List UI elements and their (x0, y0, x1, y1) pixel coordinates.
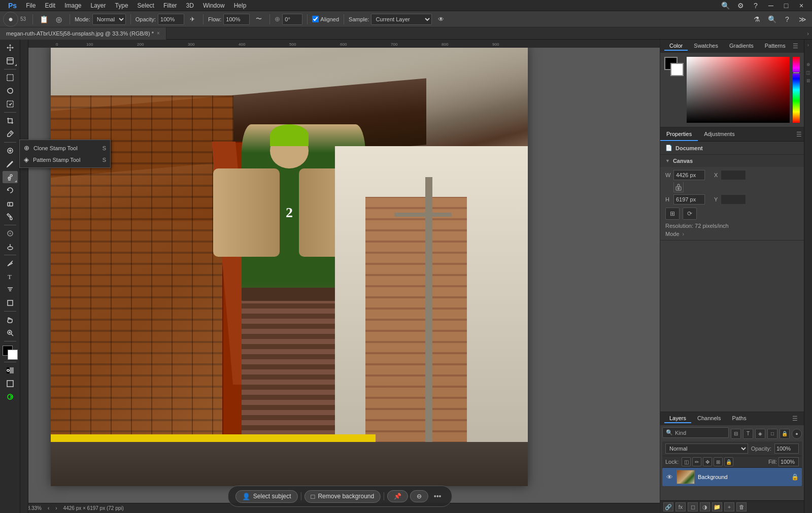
history-brush-btn[interactable] (3, 184, 18, 196)
filter-smart-object-icon[interactable]: 🔒 (780, 429, 790, 439)
smoothing-icon[interactable]: 〜 (253, 13, 265, 25)
opacity-input[interactable]: 100% (158, 14, 184, 25)
filter-adjustment-icon[interactable]: T (743, 429, 753, 439)
tab-channels[interactable]: Channels (692, 414, 726, 423)
opacity-airbrush-icon[interactable]: ✈ (186, 13, 198, 25)
canvas-rotate-icon[interactable]: ⟳ (683, 208, 697, 220)
fg-bg-swatches[interactable] (664, 57, 684, 76)
tab-close-btn[interactable]: × (157, 30, 160, 36)
tab-chevron-icon[interactable]: › (804, 30, 812, 37)
layer-delete-icon[interactable]: 🗑 (736, 502, 747, 511)
edge-icon-1[interactable]: ⊕ (805, 61, 812, 68)
tab-paths[interactable]: Paths (727, 414, 752, 423)
fill-input[interactable] (779, 457, 799, 466)
nav-next-icon[interactable]: › (55, 505, 57, 511)
menu-image[interactable]: Image (60, 1, 85, 10)
lock-artboard-btn[interactable]: ⊞ (714, 457, 723, 466)
ps-logo[interactable]: Ps (4, 1, 21, 11)
rotate-view-btn[interactable] (3, 391, 18, 403)
x-input[interactable] (721, 170, 746, 180)
filter-toggle-icon[interactable]: ● (792, 429, 802, 439)
background-layer-item[interactable]: 👁 Background 🔒 (662, 468, 802, 486)
layer-visibility-icon[interactable]: 👁 (665, 473, 673, 481)
sample-all-layers-icon[interactable]: 👁 (435, 13, 447, 25)
menu-help[interactable]: Help (230, 1, 251, 10)
path-selection-btn[interactable] (3, 284, 18, 296)
collapse-right-icon[interactable]: › (805, 42, 812, 49)
blend-mode-select[interactable]: Normal (665, 443, 748, 454)
adjustments-tab[interactable]: Adjustments (698, 127, 741, 141)
color-swatches[interactable] (3, 346, 18, 360)
zoom-tool-btn[interactable] (3, 327, 18, 339)
clone-stamp-tool-btn[interactable] (3, 171, 18, 183)
lock-image-btn[interactable]: ✏ (692, 457, 701, 466)
tab-gradients[interactable]: Gradients (724, 42, 759, 51)
rectangular-marquee-btn[interactable] (3, 72, 18, 84)
settings-icon[interactable]: ⚙ (734, 0, 747, 12)
close-icon[interactable]: × (795, 0, 808, 12)
question-icon[interactable]: ? (781, 13, 794, 26)
flask-icon[interactable]: ⚗ (750, 13, 763, 26)
lasso-tool-btn[interactable] (3, 85, 18, 97)
nav-prev-icon[interactable]: ‹ (48, 505, 49, 511)
document-tab[interactable]: megan-ruth-ATbrUXE5j58-unsplash.jpg @ 33… (0, 27, 166, 40)
screen-mode-btn[interactable] (3, 378, 18, 390)
tab-color[interactable]: Color (664, 42, 688, 51)
brush-preset-picker[interactable]: ● (3, 12, 18, 27)
lock-transparent-btn[interactable]: ◫ (682, 457, 691, 466)
pattern-stamp-option[interactable]: ◈ Pattern Stamp Tool S (20, 154, 110, 165)
filter-shape-icon[interactable]: □ (767, 429, 777, 439)
help-icon[interactable]: ? (749, 0, 762, 12)
color-gradient-picker[interactable] (687, 57, 790, 123)
properties-menu-icon[interactable]: ☰ (794, 129, 804, 140)
search-bar-icon[interactable]: 🔍 (765, 13, 779, 26)
color-panel-menu-icon[interactable]: ☰ (792, 41, 800, 51)
artboard-tool-btn[interactable] (3, 55, 18, 67)
canvas-header[interactable]: ▼ Canvas (660, 155, 804, 167)
aligned-checkbox-label[interactable]: Aligned (312, 16, 339, 22)
layer-effects-icon[interactable]: fx (675, 502, 686, 511)
canvas-image[interactable]: 2 (51, 45, 528, 486)
menu-layer[interactable]: Layer (87, 1, 110, 10)
menu-file[interactable]: File (22, 1, 40, 10)
type-tool-btn[interactable]: T (3, 270, 18, 283)
lock-position-btn[interactable]: ✥ (703, 457, 712, 466)
eyedropper-btn[interactable] (3, 128, 18, 140)
aligned-checkbox[interactable] (312, 16, 319, 22)
edge-icon-3[interactable]: ⊞ (805, 77, 812, 84)
layers-menu-icon[interactable]: ☰ (790, 414, 800, 424)
move-tool-btn[interactable] (3, 42, 18, 54)
filter-type-icon[interactable]: ◈ (755, 429, 765, 439)
sample-dropdown[interactable]: Current Layer (371, 14, 432, 25)
properties-tab[interactable]: Properties (660, 127, 698, 141)
pin-btn[interactable]: 📌 (387, 490, 408, 502)
edge-icon-2[interactable]: ◫ (805, 69, 812, 76)
dodge-tool-btn[interactable] (3, 241, 18, 253)
blur-tool-btn[interactable] (3, 227, 18, 240)
shape-tool-btn[interactable] (3, 297, 18, 309)
eraser-btn[interactable] (3, 197, 18, 210)
pen-tool-btn[interactable] (3, 257, 18, 269)
select-subject-btn[interactable]: 👤 Select subject (235, 490, 298, 503)
more-btn[interactable]: ••• (430, 489, 445, 503)
bg-swatch[interactable] (670, 63, 684, 76)
link-icon[interactable] (673, 182, 684, 192)
document-header[interactable]: 📄 Document (660, 142, 804, 154)
expand-panel-icon[interactable]: ≫ (796, 13, 809, 26)
menu-edit[interactable]: Edit (41, 1, 59, 10)
tab-swatches[interactable]: Swatches (689, 42, 723, 51)
canvas-resize-icon[interactable]: ⊞ (665, 208, 680, 220)
menu-filter[interactable]: Filter (159, 1, 181, 10)
height-input[interactable] (673, 194, 705, 204)
crop-tool-btn[interactable] (3, 115, 18, 127)
search-icon[interactable]: 🔍 (719, 0, 732, 12)
lock-all-btn[interactable]: 🔒 (724, 457, 733, 466)
filter-pixel-icon[interactable]: ⊟ (731, 429, 741, 439)
menu-3d[interactable]: 3D (182, 1, 198, 10)
object-selection-btn[interactable] (3, 98, 18, 110)
layer-group-icon[interactable]: 📁 (712, 502, 722, 511)
tab-patterns[interactable]: Patterns (760, 42, 791, 51)
color-spectrum[interactable] (793, 57, 800, 123)
hand-tool-btn[interactable] (3, 314, 18, 326)
layer-mask-icon[interactable]: ◻ (688, 502, 698, 511)
